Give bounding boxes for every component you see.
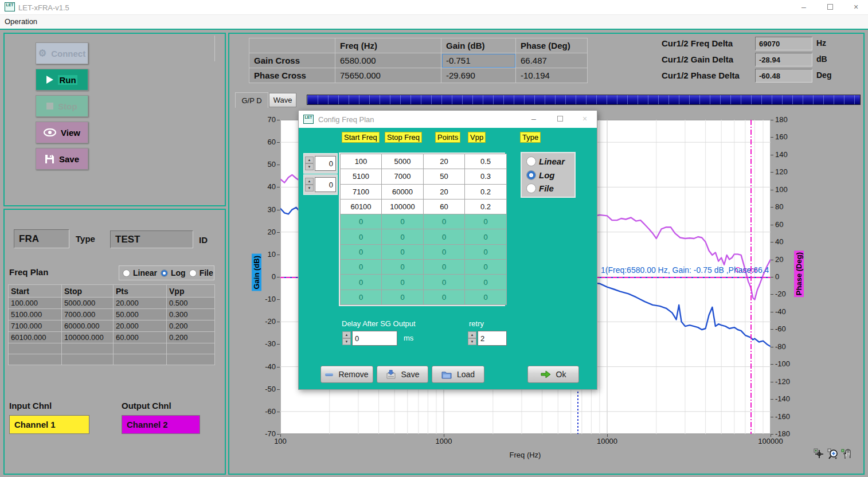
plan-cell[interactable]: 0	[341, 275, 382, 290]
spinner-arrows[interactable]: ▲▼	[305, 178, 314, 191]
spin-down-icon[interactable]: ▼	[342, 338, 351, 345]
minimize-button[interactable]: –	[791, 0, 816, 15]
maximize-button[interactable]	[818, 0, 843, 15]
plan-cell[interactable]: 7100.000	[9, 320, 62, 332]
type-field[interactable]: FRA	[14, 229, 69, 248]
ok-button[interactable]: Ok	[527, 366, 579, 383]
load-button[interactable]: Load	[432, 366, 484, 383]
radio-option-file[interactable]: File	[189, 268, 213, 277]
retry-value[interactable]: 2	[478, 331, 507, 346]
tab-wave[interactable]: Wave	[269, 93, 296, 107]
value-cell[interactable]: -0.751	[441, 53, 516, 68]
spin-down-icon[interactable]: ▼	[305, 185, 314, 191]
plan-cell[interactable]: 0	[465, 244, 507, 259]
plan-cell[interactable]: 20	[424, 184, 465, 199]
delta-value-field[interactable]: -60.48	[755, 69, 812, 83]
plan-cell[interactable]: 0	[465, 260, 507, 275]
view-button[interactable]: View	[36, 122, 88, 143]
plan-cell[interactable]: 60000.000	[62, 320, 114, 332]
plan-cell[interactable]: 0	[341, 214, 382, 229]
crosshair-tool-icon[interactable]	[814, 448, 825, 460]
plan-cell[interactable]: 5100	[341, 169, 382, 184]
id-field[interactable]: TEST	[110, 230, 193, 248]
plan-cell[interactable]: 0	[424, 290, 465, 304]
plan-cell[interactable]: 100	[341, 154, 382, 169]
plan-cell[interactable]: 0.300	[167, 309, 215, 320]
plan-cell[interactable]: 20.000	[114, 298, 167, 309]
value-cell[interactable]: -29.690	[441, 68, 516, 83]
spin-up-icon[interactable]: ▲	[305, 178, 314, 185]
plan-cell[interactable]: 100000.000	[62, 332, 114, 343]
tab-gpd[interactable]: G/P D	[235, 92, 268, 108]
value-cell[interactable]: 6580.000	[335, 53, 441, 68]
plan-cell[interactable]: 60000	[382, 184, 424, 199]
plan-cell[interactable]: 60	[424, 199, 465, 214]
spinner-value[interactable]: 0	[315, 156, 336, 171]
plan-cell[interactable]: 100.000	[9, 298, 62, 309]
value-cell[interactable]: 66.487	[516, 53, 588, 68]
spin-down-icon[interactable]: ▼	[468, 338, 476, 345]
radio-dot-icon[interactable]	[526, 183, 536, 193]
plan-cell[interactable]: 5100.000	[9, 309, 62, 320]
radio-option-linear[interactable]: Linear	[526, 157, 570, 166]
plan-cell[interactable]: 0.200	[167, 320, 215, 332]
plan-cell[interactable]: 0	[424, 275, 465, 290]
spin-up-icon[interactable]: ▲	[305, 157, 314, 163]
stop-button[interactable]: Stop	[36, 95, 88, 117]
plan-cell[interactable]: 60100.000	[9, 332, 62, 343]
retry-spinner[interactable]: ▲▼ 2	[467, 329, 508, 347]
spinner-arrows[interactable]: ▲▼	[342, 331, 351, 345]
dialog-save-button[interactable]: Save	[377, 366, 428, 383]
plan-cell[interactable]: 0	[382, 244, 424, 259]
spin-up-icon[interactable]: ▲	[468, 331, 476, 338]
plan-cell[interactable]	[9, 343, 62, 354]
radio-dot-icon[interactable]	[123, 269, 130, 277]
spin-up-icon[interactable]: ▲	[342, 331, 351, 338]
plan-cell[interactable]: 0	[341, 229, 382, 244]
plan-cell[interactable]: 20	[424, 154, 465, 169]
plan-cell[interactable]: 0	[341, 244, 382, 259]
value-cell[interactable]: -10.194	[516, 68, 588, 83]
connect-button[interactable]: ⚙ Connect	[36, 42, 88, 64]
plan-cell[interactable]: 0	[465, 290, 507, 304]
pan-tool-icon[interactable]	[841, 448, 853, 460]
plan-cell[interactable]: 5000.000	[62, 298, 114, 309]
plan-cell[interactable]: 0	[341, 290, 382, 304]
save-button[interactable]: Save	[36, 148, 88, 170]
plan-cell[interactable]	[114, 354, 167, 365]
output-channel-selector[interactable]: Channel 2	[122, 415, 200, 434]
plan-cell[interactable]: 0	[382, 290, 424, 304]
plan-cell[interactable]: 0.500	[167, 298, 215, 309]
plan-cell[interactable]: 7100	[341, 184, 382, 199]
close-button[interactable]: ×	[844, 0, 868, 15]
spinner-arrows[interactable]: ▲▼	[468, 331, 476, 345]
delta-value-field[interactable]: -28.94	[755, 53, 812, 67]
plan-cell[interactable]: 50	[424, 169, 465, 184]
run-button[interactable]: Run	[36, 69, 88, 91]
dialog-minimize-button[interactable]: –	[522, 112, 545, 127]
radio-dot-icon[interactable]	[189, 269, 197, 277]
plan-cell[interactable]: 60100	[341, 199, 382, 214]
radio-option-linear[interactable]: Linear	[123, 268, 157, 277]
plan-cell[interactable]: 7000.000	[62, 309, 114, 320]
plan-cell[interactable]: 0.3	[465, 169, 507, 184]
plan-cell[interactable]	[9, 354, 62, 365]
plan-cell[interactable]: 50.000	[114, 309, 167, 320]
spinner-arrows[interactable]: ▲▼	[305, 157, 314, 170]
plan-cell[interactable]	[167, 343, 215, 354]
plan-cell[interactable]: 0.200	[167, 332, 215, 343]
plan-cell[interactable]: 0	[424, 229, 465, 244]
plan-cell[interactable]: 0	[382, 229, 424, 244]
plan-cell[interactable]: 0.5	[465, 154, 507, 169]
plan-cell[interactable]: 0.2	[465, 199, 507, 214]
plan-cell[interactable]: 0	[382, 275, 424, 290]
delta-value-field[interactable]: 69070	[755, 37, 812, 50]
cursor2-vline[interactable]	[750, 120, 752, 434]
spinner-value[interactable]: 0	[315, 177, 336, 192]
plan-cell[interactable]: 0	[382, 214, 424, 229]
menu-operation[interactable]: Operation	[5, 17, 37, 26]
plan-cell[interactable]: 0	[424, 260, 465, 275]
radio-dot-icon[interactable]	[161, 269, 168, 277]
plan-cell[interactable]	[62, 343, 114, 354]
plan-cell[interactable]: 0	[341, 260, 382, 275]
